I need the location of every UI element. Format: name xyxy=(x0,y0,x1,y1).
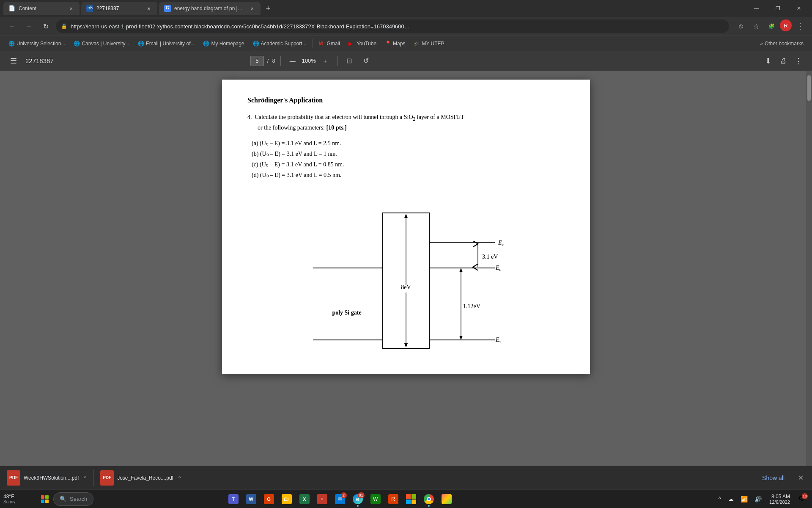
download-chevron-1[interactable]: ^ xyxy=(84,475,87,481)
pdf-more-button[interactable]: ⋮ xyxy=(792,54,805,68)
taskbar-app-word[interactable]: W xyxy=(243,491,260,508)
extensions-button[interactable]: 🧩 xyxy=(765,19,778,33)
pdf-scrollbar[interactable] xyxy=(806,71,812,466)
bookmarks-bar: 🌐 University Selection... 🌐 Canvas | Uni… xyxy=(0,36,812,51)
bookmark-maps[interactable]: 📍 Maps xyxy=(381,39,409,48)
pdf-menu-button[interactable]: ☰ xyxy=(7,54,20,68)
taskbar-search[interactable]: 🔍 Search xyxy=(53,492,93,506)
rotate-button[interactable]: ↺ xyxy=(359,54,373,68)
taskbar-app-green[interactable]: W xyxy=(367,491,384,508)
bookmark-email[interactable]: 🌐 Email | University of... xyxy=(134,39,198,48)
office-icon: O xyxy=(264,494,274,504)
taskbar-app-photo[interactable] xyxy=(438,491,455,508)
more-bookmarks-button[interactable]: » Other bookmarks xyxy=(757,39,807,48)
youtube-favicon: ▶ xyxy=(348,41,354,47)
tab-google-close[interactable]: ✕ xyxy=(249,5,255,12)
bookmark-label: MY UTEP xyxy=(422,41,444,47)
taskbar-app-teams[interactable]: T xyxy=(225,491,242,508)
reload-button[interactable]: ↻ xyxy=(39,19,52,33)
window-controls: — ❐ ✕ xyxy=(747,2,809,15)
download-pdf-button[interactable]: ⬇ xyxy=(761,54,775,68)
taskbar-app-office[interactable]: O xyxy=(261,491,277,508)
other-bookmarks-label: Other bookmarks xyxy=(765,41,804,47)
taskbar-app-chrome[interactable] xyxy=(420,491,437,508)
url-text: https://learn-us-east-1-prod-fleet02-xyt… xyxy=(71,23,724,30)
address-bar[interactable]: 🔒 https://learn-us-east-1-prod-fleet02-x… xyxy=(56,19,729,33)
teams-icon: T xyxy=(228,494,239,504)
forward-button[interactable]: → xyxy=(22,19,36,33)
windows-logo-icon xyxy=(41,495,49,503)
bookmark-youtube[interactable]: ▶ YouTube xyxy=(345,39,380,48)
zoom-controls: — 100% + xyxy=(286,54,332,68)
tab-bb[interactable]: Bb 22718387 ✕ xyxy=(81,2,157,15)
chrome-menu-button[interactable]: ⋮ xyxy=(793,19,807,33)
download-item-1[interactable]: PDF Week9HWSolution....pdf ^ xyxy=(7,470,86,486)
cloud-icon[interactable]: ☁ xyxy=(725,494,736,504)
taskbar-app-edge[interactable]: e 81 xyxy=(349,491,366,508)
bookmark-label: My Homepage xyxy=(211,41,244,47)
share-button[interactable]: ⎋ xyxy=(734,19,748,33)
title-bar: 📄 Content ✕ Bb 22718387 ✕ G energy band … xyxy=(0,0,812,17)
tab-google-favicon: G xyxy=(164,5,171,12)
page-number-input[interactable] xyxy=(250,56,264,66)
fit-page-button[interactable]: ⊡ xyxy=(343,54,356,68)
zoom-in-button[interactable]: + xyxy=(318,54,332,68)
notification-button[interactable]: 🗨 10 xyxy=(795,492,809,506)
bookmark-favicon: 🌐 xyxy=(203,41,209,47)
weather-widget[interactable]: 48°F Sunny xyxy=(3,494,33,504)
bookmark-favicon: 🌐 xyxy=(74,41,80,47)
problem-description: Calculate the probability that an electr… xyxy=(255,114,464,120)
scroll-thumb[interactable] xyxy=(807,75,811,101)
minimize-button[interactable]: — xyxy=(747,2,766,15)
maximize-button[interactable]: ❐ xyxy=(768,2,787,15)
start-button[interactable] xyxy=(38,492,52,506)
problem-description-2: or the following parameters: [10 pts.] xyxy=(258,124,347,131)
notification-badge: 10 xyxy=(802,493,808,499)
taskbar-app-folder[interactable]: 🗁 xyxy=(278,491,295,508)
bookmark-homepage[interactable]: 🌐 My Homepage xyxy=(200,39,247,48)
volume-icon[interactable]: 🔊 xyxy=(752,494,764,504)
tab-bb-close[interactable]: ✕ xyxy=(145,5,152,12)
close-button[interactable]: ✕ xyxy=(789,2,809,15)
tab-content[interactable]: 📄 Content ✕ xyxy=(3,2,80,15)
taskbar-app-excel[interactable]: X xyxy=(296,491,313,508)
wifi-icon[interactable]: 📶 xyxy=(738,494,750,504)
system-tray-chevron[interactable]: ^ xyxy=(716,494,724,504)
download-bar-close-button[interactable]: ✕ xyxy=(796,472,805,483)
taskbar-app-db[interactable]: ≡ xyxy=(314,491,331,508)
gate-label: poly Si gate xyxy=(332,309,361,316)
bookmark-label: University Selection... xyxy=(16,41,65,47)
taskbar-app-msft[interactable] xyxy=(403,491,420,508)
bookmark-utep[interactable]: 🎓 MY UTEP xyxy=(410,39,447,48)
bookmark-canvas[interactable]: 🌐 Canvas | University... xyxy=(70,39,132,48)
bookmark-gmail[interactable]: M Gmail xyxy=(315,39,343,48)
clock-widget[interactable]: 8:05 AM 12/6/2022 xyxy=(766,493,793,505)
bookmark-univ-sel[interactable]: 🌐 University Selection... xyxy=(5,39,69,48)
download-pdf-icon-1: PDF xyxy=(7,470,20,486)
diagram-svg: poly Si gate Ec Ec xyxy=(300,188,512,357)
show-all-button[interactable]: Show all xyxy=(757,472,790,484)
profile-button[interactable]: R xyxy=(780,19,792,31)
taskbar-app-red[interactable]: R xyxy=(385,491,402,508)
download-bar: PDF Week9HWSolution....pdf ^ PDF Jose_Fa… xyxy=(0,466,812,489)
page-total: 8 xyxy=(272,58,275,64)
bookmark-academic[interactable]: 🌐 Academic Support... xyxy=(250,39,310,48)
excel-icon: X xyxy=(299,494,310,504)
pdf-page: Schrödinger's Application 4. Calculate t… xyxy=(222,80,590,374)
print-button[interactable]: 🖨 xyxy=(776,54,790,68)
download-item-2[interactable]: PDF Jose_Favela_Reco....pdf ^ xyxy=(100,470,181,486)
sub-item-a: (a) (U₀ – E) = 3.1 eV and L = 2.5 nm. xyxy=(252,138,565,149)
zoom-out-button[interactable]: — xyxy=(286,54,299,68)
taskbar: 48°F Sunny 🔍 Search T W O 🗁 X xyxy=(0,489,812,508)
tab-content-close[interactable]: ✕ xyxy=(68,5,74,12)
bookmark-star-button[interactable]: ☆ xyxy=(749,19,763,33)
download-chevron-2[interactable]: ^ xyxy=(178,475,181,481)
back-button[interactable]: ← xyxy=(5,19,19,33)
new-tab-button[interactable]: + xyxy=(262,3,274,14)
pdf-page-controls: / 8 — 100% + ⊡ ↺ xyxy=(250,54,373,68)
tab-google[interactable]: G energy band diagram of pn junc… ✕ xyxy=(159,2,261,15)
pdf-right-actions: ⬇ 🖨 ⋮ xyxy=(761,54,805,68)
taskbar-app-mail[interactable]: ✉ 2 xyxy=(332,491,348,508)
sub-item-d: (d) (U₀ – E) = 3.1 eV and L = 0.5 nm. xyxy=(252,170,565,180)
sub-items-list: (a) (U₀ – E) = 3.1 eV and L = 2.5 nm. (b… xyxy=(252,138,565,181)
